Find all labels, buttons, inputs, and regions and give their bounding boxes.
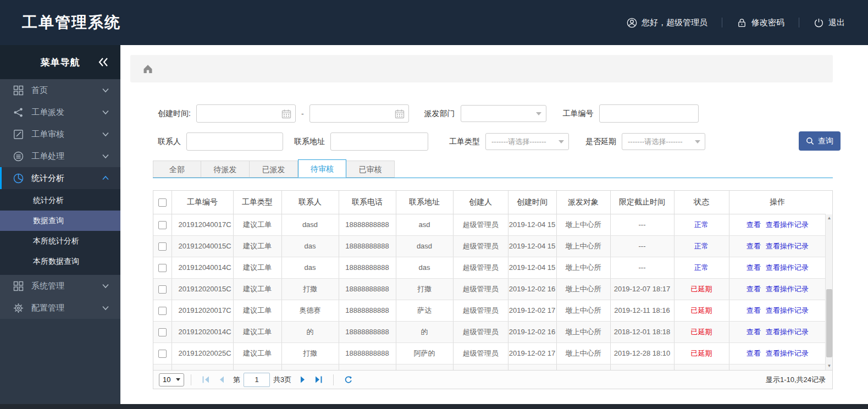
tab-pending-review[interactable]: 待审核: [298, 159, 346, 178]
row-checkbox[interactable]: [158, 264, 167, 272]
prev-page-icon[interactable]: [218, 375, 226, 384]
cell-address: 的: [396, 321, 453, 342]
calendar-icon[interactable]: [395, 109, 405, 119]
record-summary: 显示1-10,共24记录: [766, 375, 826, 385]
cell-status: 已延期: [674, 300, 729, 321]
created-time-start-input[interactable]: [197, 105, 295, 122]
chevron-down-icon: [536, 112, 541, 115]
cell-order-no: 201912020015C: [172, 278, 233, 300]
table-row: 201912020015C 建议工单 打撒 18888888888 打撒 超级管…: [153, 278, 826, 300]
order-type-select[interactable]: -------请选择-------: [485, 133, 569, 150]
user-greeting[interactable]: 您好，超级管理员: [627, 18, 707, 28]
chevron-down-icon: [695, 140, 700, 143]
chevron-down-icon: [102, 130, 109, 138]
next-page-icon[interactable]: [298, 375, 307, 384]
table-row-partial: [153, 364, 826, 370]
sidebar-item-statistics[interactable]: 统计分析: [0, 167, 120, 189]
subitem-data-query[interactable]: 数据查询: [0, 211, 120, 231]
sidebar-item-config[interactable]: 配置管理: [0, 297, 120, 319]
view-log-link[interactable]: 查看操作记录: [766, 349, 809, 357]
delay-select[interactable]: -------请选择-------: [622, 133, 705, 150]
subitem-local-data-query[interactable]: 本所数据查询: [0, 251, 120, 272]
scroll-up-icon[interactable]: ▲: [826, 214, 833, 222]
scrollbar-thumb[interactable]: [826, 289, 832, 358]
view-link[interactable]: 查看: [747, 263, 761, 272]
sidebar-item-home[interactable]: 首页: [0, 79, 120, 101]
row-checkbox[interactable]: [158, 221, 167, 229]
view-log-link[interactable]: 查看操作记录: [766, 306, 809, 314]
logout-button[interactable]: 退出: [814, 18, 845, 28]
view-log-link[interactable]: 查看操作记录: [766, 263, 809, 272]
row-checkbox[interactable]: [158, 328, 167, 336]
row-checkbox[interactable]: [158, 307, 167, 315]
cell-order-no: 201912020017C: [172, 300, 233, 321]
last-page-icon[interactable]: [314, 375, 323, 384]
cell-order-no: 201912040014C: [172, 257, 233, 278]
cell-contact: dasd: [281, 214, 339, 235]
tab-all[interactable]: 全部: [153, 161, 201, 178]
cell-order-no: 201912020014C: [172, 321, 233, 342]
sidebar-item-review[interactable]: 工单审核: [0, 123, 120, 145]
vertical-scrollbar[interactable]: ▲ ▼: [825, 214, 832, 370]
cell-order-no: 201912040017C: [172, 214, 233, 235]
view-link[interactable]: 查看: [747, 285, 761, 293]
dispatch-dept-select[interactable]: [461, 105, 546, 122]
address-input[interactable]: [331, 133, 428, 150]
collapse-sidebar-icon[interactable]: [97, 56, 109, 68]
select-all-checkbox[interactable]: [158, 198, 167, 207]
tab-dispatched[interactable]: 已派发: [250, 161, 298, 178]
view-link[interactable]: 查看: [747, 349, 761, 357]
row-checkbox[interactable]: [158, 350, 167, 358]
created-time-label: 创建时间:: [158, 109, 191, 119]
view-link[interactable]: 查看: [747, 306, 761, 314]
view-log-link[interactable]: 查看操作记录: [766, 328, 809, 336]
sidebar-item-label: 配置管理: [31, 303, 64, 313]
sidebar-item-label: 工单派发: [31, 107, 64, 118]
search-icon: [806, 137, 814, 145]
view-log-link[interactable]: 查看操作记录: [766, 220, 809, 229]
sidebar-item-system[interactable]: 系统管理: [0, 275, 120, 297]
tab-reviewed[interactable]: 已审核: [346, 161, 395, 178]
subitem-statistics-analysis[interactable]: 统计分析: [0, 190, 120, 211]
page-number-input[interactable]: [244, 373, 270, 387]
table-row: 201912040017C 建议工单 dasd 18888888888 asd …: [153, 214, 826, 235]
cell-contact: 打撒: [281, 342, 339, 364]
dashboard-icon: [13, 85, 24, 96]
view-link[interactable]: 查看: [747, 242, 761, 250]
edit-icon: [13, 129, 24, 140]
view-link[interactable]: 查看: [747, 328, 761, 336]
order-no-input[interactable]: [600, 105, 698, 122]
sidebar-item-process[interactable]: 工单处理: [0, 145, 120, 167]
scroll-down-icon[interactable]: ▼: [826, 362, 833, 370]
sidebar-item-dispatch[interactable]: 工单派发: [0, 101, 120, 123]
change-password-button[interactable]: 修改密码: [737, 18, 784, 28]
status-text: 已延期: [691, 306, 712, 314]
cell-order-type: 建议工单: [233, 342, 281, 364]
cell-deadline: 2019-12-28 18:10: [610, 342, 674, 364]
topbar: 工单管理系统 您好，超级管理员 修改密码 退出: [0, 0, 868, 45]
view-link[interactable]: 查看: [747, 220, 761, 229]
sidebar-title: 菜单导航: [0, 45, 120, 79]
page-size-select[interactable]: 10: [159, 373, 184, 386]
view-log-link[interactable]: 查看操作记录: [766, 285, 809, 293]
first-page-icon[interactable]: [202, 375, 210, 384]
contact-input[interactable]: [187, 133, 283, 150]
row-checkbox-cell: [153, 300, 172, 321]
calendar-icon[interactable]: [281, 109, 291, 119]
col-phone: 联系电话: [339, 191, 396, 214]
refresh-icon[interactable]: [344, 375, 352, 384]
tab-pending-dispatch[interactable]: 待派发: [201, 161, 250, 178]
cell-phone: 18888888888: [339, 214, 396, 235]
search-button[interactable]: 查询: [799, 131, 841, 151]
row-checkbox[interactable]: [158, 242, 167, 251]
row-checkbox-cell: [153, 214, 172, 235]
view-log-link[interactable]: 查看操作记录: [766, 242, 809, 250]
home-icon[interactable]: [142, 63, 153, 74]
created-time-start-box: [196, 104, 296, 123]
order-no-box: [599, 104, 699, 123]
created-time-end-input[interactable]: [310, 105, 408, 122]
row-checkbox[interactable]: [158, 285, 167, 294]
cell-creator: 超级管理员: [453, 321, 508, 342]
grid-icon: [13, 281, 24, 291]
subitem-local-statistics[interactable]: 本所统计分析: [0, 231, 120, 251]
